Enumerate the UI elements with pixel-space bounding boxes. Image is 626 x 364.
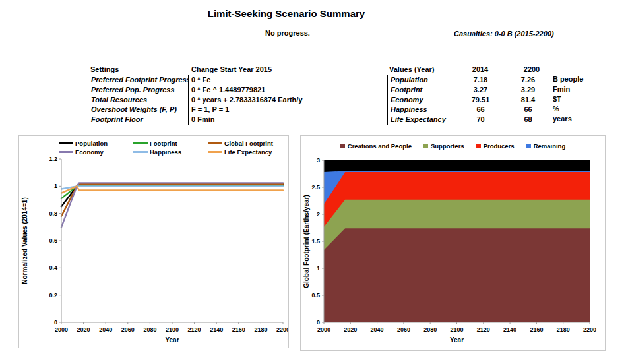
x-axis-label: Year bbox=[165, 336, 179, 344]
x-tick-label: 2060 bbox=[397, 326, 410, 333]
setting-name: Total Resources bbox=[88, 95, 188, 105]
x-axis-label: Year bbox=[450, 336, 464, 344]
values-table-header: Values (Year) bbox=[389, 65, 435, 73]
legend-item: Global Footprint bbox=[208, 140, 282, 147]
y-tick-label: 1 bbox=[317, 265, 320, 272]
value-unit: $T bbox=[553, 94, 583, 104]
legend-label: Supporters bbox=[431, 142, 464, 150]
legend-swatch-icon bbox=[133, 142, 148, 144]
value-2200: 66 bbox=[507, 105, 549, 115]
legend-swatch-icon bbox=[59, 151, 73, 153]
legend-label: Creations and People bbox=[348, 142, 412, 150]
legend-swatch-icon bbox=[208, 151, 222, 153]
line-series bbox=[61, 186, 283, 189]
x-tick-label: 2060 bbox=[121, 326, 135, 333]
value-2014: 66 bbox=[454, 105, 507, 115]
setting-value: F = 1, P = 1 bbox=[188, 105, 346, 115]
settings-row: Preferred Footprint Progress0 * Fe bbox=[88, 75, 346, 85]
setting-value: 0 Fmin bbox=[188, 115, 346, 125]
line-series bbox=[61, 184, 283, 216]
setting-value: 0 * Fe bbox=[188, 75, 346, 85]
setting-value: 0 * years + 2.7833316874 Earth/y bbox=[188, 95, 346, 105]
normalized-values-plot: 2000202020402060208021002120214021602180… bbox=[19, 136, 288, 347]
x-tick-label: 2000 bbox=[317, 326, 330, 333]
y-tick-label: 1.5 bbox=[311, 238, 320, 245]
global-footprint-chart[interactable]: 2000202020402060208021002120214021602180… bbox=[300, 135, 606, 351]
legend-swatch-icon bbox=[133, 151, 148, 153]
value-2200: 81.4 bbox=[507, 95, 549, 105]
normalized-values-chart[interactable]: 2000202020402060208021002120214021602180… bbox=[18, 135, 289, 348]
y-tick-label: 0.2 bbox=[49, 292, 57, 299]
legend-item: Happiness bbox=[133, 148, 208, 156]
settings-row: Overshoot Weights (F, P)F = 1, P = 1 bbox=[88, 105, 346, 115]
value-2200: 7.26 bbox=[507, 75, 549, 85]
change-start-year-header: Change Start Year 2015 bbox=[191, 65, 272, 73]
y-tick-label: 1 bbox=[54, 183, 57, 189]
legend-item: Creations and People bbox=[340, 142, 412, 150]
y-tick-label: 0.8 bbox=[49, 210, 57, 217]
settings-row: Total Resources0 * years + 2.7833316874 … bbox=[88, 95, 346, 105]
area-series bbox=[324, 228, 590, 322]
values-units-column: B peopleFmin$T%years bbox=[553, 75, 583, 124]
x-tick-label: 2200 bbox=[583, 326, 596, 333]
legend-label: Happiness bbox=[150, 148, 181, 156]
value-name: Footprint bbox=[388, 85, 454, 95]
legend-swatch-icon bbox=[423, 144, 428, 148]
x-tick-label: 2180 bbox=[557, 326, 570, 333]
y-tick-label: 0.6 bbox=[49, 237, 57, 244]
values-col-2200-header: 2200 bbox=[524, 65, 540, 73]
settings-table-header: Settings bbox=[90, 65, 119, 73]
x-tick-label: 2140 bbox=[503, 326, 516, 333]
line-series bbox=[61, 185, 283, 198]
y-axis-label: Normalized Values (2014=1) bbox=[21, 197, 28, 284]
settings-row: Footprint Floor0 Fmin bbox=[88, 115, 346, 125]
legend-swatch-icon bbox=[476, 144, 481, 148]
value-2014: 3.27 bbox=[454, 85, 507, 95]
value-unit: % bbox=[553, 104, 583, 114]
progress-note: No progress. bbox=[265, 29, 310, 37]
values-row: Happiness6666 bbox=[388, 105, 549, 115]
value-name: Happiness bbox=[388, 105, 454, 115]
y-tick-label: 3 bbox=[317, 157, 320, 164]
legend-swatch-icon bbox=[526, 144, 531, 148]
value-2014: 79.51 bbox=[454, 95, 507, 105]
legend-swatch-icon bbox=[59, 142, 73, 144]
setting-name: Preferred Footprint Progress bbox=[88, 75, 188, 85]
values-row: Population7.187.26 bbox=[388, 75, 549, 85]
y-axis-label: Global Footprint (Earths/year) bbox=[303, 195, 310, 288]
values-row: Economy79.5181.4 bbox=[388, 95, 549, 105]
legend-item: Footprint bbox=[133, 140, 208, 147]
x-tick-label: 2100 bbox=[450, 326, 463, 333]
x-tick-label: 2040 bbox=[371, 326, 384, 333]
legend-label: Global Footprint bbox=[224, 140, 273, 147]
value-unit: B people bbox=[553, 75, 583, 84]
scenario-summary-page: Limit-Seeking Scenario Summary No progre… bbox=[0, 0, 626, 364]
legend-item: Producers bbox=[476, 142, 515, 150]
casualties-note: Casualties: 0-0 B (2015-2200) bbox=[454, 30, 554, 38]
setting-value: 0 * Fe ^ 1.4489779821 bbox=[188, 85, 346, 95]
x-tick-label: 2080 bbox=[423, 326, 437, 333]
y-tick-label: 0.4 bbox=[49, 264, 57, 271]
legend-item: Economy bbox=[59, 148, 133, 156]
value-unit: years bbox=[553, 114, 583, 124]
value-unit: Fmin bbox=[553, 84, 583, 94]
legend-label: Producers bbox=[484, 142, 515, 150]
legend-item: Supporters bbox=[423, 142, 464, 150]
legend-swatch-icon bbox=[340, 144, 345, 148]
legend-label: Footprint bbox=[150, 140, 177, 147]
legend-swatch-icon bbox=[208, 142, 222, 144]
values-row: Life Expectancy7068 bbox=[388, 115, 549, 125]
value-name: Life Expectancy bbox=[388, 115, 454, 125]
legend-label: Life Expectancy bbox=[224, 148, 272, 156]
x-tick-label: 2020 bbox=[77, 326, 90, 333]
legend-label: Remaining bbox=[534, 142, 566, 150]
x-tick-label: 2200 bbox=[276, 326, 288, 333]
page-title: Limit-Seeking Scenario Summary bbox=[208, 8, 365, 19]
y-tick-label: 2.5 bbox=[311, 184, 320, 191]
x-tick-label: 2180 bbox=[254, 326, 267, 333]
legend-label: Economy bbox=[75, 148, 104, 156]
x-tick-label: 2160 bbox=[530, 326, 543, 333]
settings-row: Preferred Pop. Progress0 * Fe ^ 1.448977… bbox=[88, 85, 346, 95]
normalized-values-legend: PopulationFootprintGlobal FootprintEcono… bbox=[59, 140, 282, 156]
line-series bbox=[61, 185, 283, 206]
